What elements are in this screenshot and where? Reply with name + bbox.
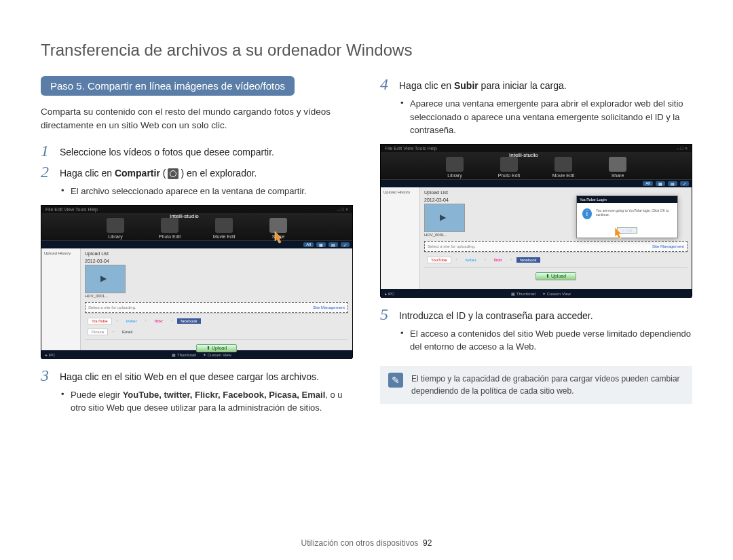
- step-5-text: Introduzca el ID y la contraseña para ac…: [399, 306, 593, 323]
- page-footer: Utilización con otros dispositivos 92: [0, 538, 733, 548]
- page-title: Transferencia de archivos a su ordenador…: [41, 41, 692, 60]
- step-number: 1: [41, 143, 53, 160]
- screenshot-share-window: File Edit View Tools Help– □ × Intelli-s…: [41, 205, 353, 358]
- cursor-pointer-icon: [274, 231, 284, 242]
- note-box: ✎ El tiempo y la capacidad de grabación …: [380, 366, 692, 404]
- step-1: 1 Seleccione los vídeos o fotos que dese…: [41, 143, 353, 160]
- step-2-bold: Compartir: [115, 168, 160, 179]
- mock-app-title: Intelli-studio: [509, 152, 538, 158]
- share-icon: [168, 168, 178, 179]
- step-2-post: en el explorador.: [184, 168, 257, 179]
- page-number: 92: [423, 538, 432, 548]
- step-2: 2 Haga clic en Compartir () en el explor…: [41, 164, 353, 181]
- step-number: 3: [41, 367, 53, 384]
- mock-login-dialog: YouTube Login i You are now going to You…: [576, 195, 678, 238]
- step-3: 3 Haga clic en el sitio Web en el que de…: [41, 367, 353, 384]
- step-2-text: Haga clic en Compartir () en el explorad…: [60, 164, 257, 181]
- left-column: Paso 5. Compartir en línea imágenes de v…: [41, 76, 353, 422]
- step-4: 4 Haga clic en Subir para iniciar la car…: [380, 76, 692, 93]
- step-number: 5: [380, 306, 392, 323]
- note-text: El tiempo y la capacidad de grabación pa…: [411, 373, 684, 397]
- mock-tabs: Intelli-studio Library Photo Edit Movie …: [41, 214, 352, 241]
- mock-sidebar: Upload History: [41, 248, 81, 350]
- note-icon: ✎: [388, 373, 403, 388]
- intro-text: Comparta su contenido con el resto del m…: [41, 105, 353, 132]
- step-3-text: Haga clic en el sitio Web en el que dese…: [60, 367, 319, 384]
- content-columns: Paso 5. Compartir en línea imágenes de v…: [41, 76, 692, 422]
- step-4-text: Haga clic en Subir para iniciar la carga…: [399, 76, 567, 93]
- mock-tabs: Intelli-studio Library Photo Edit Movie …: [381, 153, 692, 180]
- mock-app-title: Intelli-studio: [170, 213, 199, 219]
- step-2-bullet: El archivo seleccionado aparece en la ve…: [71, 185, 353, 198]
- step-5: 5 Introduzca el ID y la contraseña para …: [380, 306, 692, 323]
- step-5-bullet: El acceso a contenidos del sitio Web pue…: [410, 327, 692, 354]
- footer-section: Utilización con otros dispositivos: [301, 538, 419, 548]
- step-1-text: Seleccione los vídeos o fotos que desee …: [60, 143, 274, 160]
- step-3-bullet: Puede elegir YouTube, twitter, Flickr, F…: [71, 388, 353, 415]
- screenshot-login-popup: File Edit View Tools Help– □ × Intelli-s…: [380, 144, 692, 297]
- right-column: 4 Haga clic en Subir para iniciar la car…: [380, 76, 692, 422]
- step-4-bullet: Aparece una ventana emergente para abrir…: [410, 97, 692, 137]
- info-icon: i: [582, 208, 592, 219]
- step5-heading: Paso 5. Compartir en línea imágenes de v…: [41, 76, 295, 96]
- cursor-pointer-icon: [614, 227, 624, 238]
- step-number: 4: [380, 76, 392, 93]
- step-number: 2: [41, 164, 53, 181]
- step-2-pre: Haga clic en: [60, 168, 115, 179]
- mock-sidebar: Upload History: [381, 187, 420, 289]
